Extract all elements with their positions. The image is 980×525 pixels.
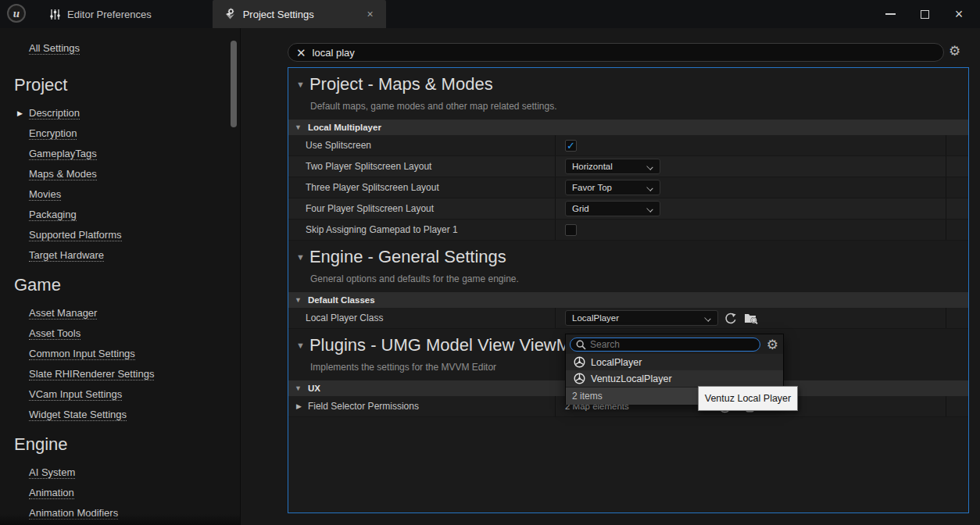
- category-default-classes[interactable]: ▼ Default Classes: [288, 292, 968, 308]
- minimize-button[interactable]: [885, 9, 896, 20]
- section-title: Plugins - UMG Model View ViewModel: [309, 335, 603, 355]
- collapse-arrow-icon: ▼: [295, 123, 302, 131]
- check-icon: ✓: [567, 141, 575, 151]
- setting-row-local-player-class: Local Player Class LocalPlayer: [288, 308, 968, 329]
- collapse-arrow-icon[interactable]: ▼: [296, 80, 305, 89]
- chevron-down-icon: [647, 184, 653, 191]
- reset-column: [946, 198, 968, 219]
- sidebar-item-asset-tools[interactable]: Asset Tools: [29, 323, 240, 344]
- search-icon: [576, 340, 586, 350]
- maximize-button[interactable]: [919, 9, 930, 20]
- browse-to-asset-icon[interactable]: [744, 312, 758, 324]
- section-maps-modes-header: ▼ Project - Maps & Modes Default maps, g…: [288, 68, 968, 120]
- sidebar-item-encryption[interactable]: Encryption: [29, 123, 240, 144]
- window-controls: ×: [885, 0, 980, 28]
- sidebar-item-common-input-settings[interactable]: Common Input Settings: [29, 344, 240, 364]
- sidebar-item-gameplaytags[interactable]: GameplayTags: [29, 144, 240, 164]
- tab-editor-preferences[interactable]: Editor Preferences: [38, 0, 163, 28]
- sidebar-scrollbar[interactable]: [231, 41, 237, 127]
- current-item-arrow-icon: ▶: [17, 109, 23, 117]
- settings-main: ✕ ⚙ ▼ Project - Maps & Modes Default map…: [241, 28, 980, 525]
- setting-row-use-splitscreen: Use Splitscreen ✓: [288, 135, 968, 156]
- class-picker-search[interactable]: [570, 338, 760, 352]
- sidebar-item-maps-modes[interactable]: Maps & Modes: [29, 164, 240, 184]
- chevron-down-icon: [705, 315, 711, 321]
- sidebar-fade: [0, 514, 240, 525]
- sidebar-section-project: Project: [14, 75, 240, 95]
- use-selected-asset-icon[interactable]: [724, 312, 738, 325]
- sidebar-item-vcam-input[interactable]: VCam Input Settings: [29, 384, 240, 405]
- local-player-class-dropdown[interactable]: LocalPlayer: [565, 310, 718, 326]
- tab-label: Editor Preferences: [67, 9, 152, 20]
- reset-column: [946, 177, 968, 198]
- tooltip: Ventuz Local Player: [698, 386, 798, 411]
- sidebar-item-asset-manager[interactable]: Asset Manager: [29, 303, 240, 323]
- sidebar-item-description[interactable]: ▶ Description: [29, 103, 240, 123]
- search-input[interactable]: [313, 47, 935, 59]
- reset-column: [946, 220, 968, 240]
- section-engine-general-header: ▼ Engine - General Settings General opti…: [288, 241, 968, 292]
- reset-column: [946, 135, 968, 155]
- class-search-input[interactable]: [590, 339, 754, 350]
- collapse-arrow-icon[interactable]: ▼: [296, 341, 305, 350]
- section-subtitle: Default maps, game modes and other map r…: [310, 101, 968, 112]
- skip-gamepad-checkbox[interactable]: [565, 224, 577, 236]
- sidebar-section-game: Game: [14, 275, 240, 295]
- reset-column: [946, 396, 968, 416]
- section-subtitle: General options and defaults for the gam…: [310, 273, 968, 284]
- category-local-multiplayer[interactable]: ▼ Local Multiplayer: [288, 120, 968, 135]
- three-player-layout-dropdown[interactable]: Favor Top: [565, 180, 660, 195]
- settings-search[interactable]: ✕: [288, 43, 944, 62]
- class-option-localplayer[interactable]: LocalPlayer: [566, 354, 783, 370]
- sidebar-item-ai-system[interactable]: AI System: [29, 462, 240, 483]
- setting-row-two-player-layout: Two Player Splitscreen Layout Horizontal: [288, 156, 968, 177]
- project-settings-icon: [224, 8, 237, 21]
- clear-search-icon[interactable]: ✕: [296, 47, 306, 59]
- expand-arrow-icon[interactable]: ▶: [296, 402, 302, 410]
- setting-row-skip-gamepad: Skip Assigning Gamepad to Player 1: [288, 220, 968, 241]
- sidebar-item-supported-platforms[interactable]: Supported Platforms: [29, 225, 240, 245]
- four-player-layout-dropdown[interactable]: Grid: [565, 201, 660, 216]
- sidebar-item-widget-state[interactable]: Widget State Settings: [29, 405, 240, 425]
- class-option-ventuzlocalplayer[interactable]: VentuzLocalPlayer: [566, 370, 783, 387]
- section-title: Engine - General Settings: [309, 247, 506, 267]
- reset-column: [946, 156, 968, 177]
- collapse-arrow-icon: ▼: [295, 296, 302, 304]
- reset-column: [946, 308, 968, 328]
- class-picker-gear-icon[interactable]: ⚙: [767, 338, 778, 352]
- settings-panel: ▼ Project - Maps & Modes Default maps, g…: [288, 67, 969, 513]
- settings-sidebar: All Settings Project ▶ Description Encry…: [0, 28, 241, 525]
- two-player-layout-dropdown[interactable]: Horizontal: [565, 159, 660, 174]
- class-icon: [574, 356, 585, 368]
- sidebar-item-animation[interactable]: Animation: [29, 483, 240, 503]
- sidebar-item-packaging[interactable]: Packaging: [29, 205, 240, 225]
- sidebar-section-engine: Engine: [14, 434, 240, 455]
- sidebar-item-slate-rhirenderer[interactable]: Slate RHIRenderer Settings: [29, 364, 240, 384]
- titlebar: u Editor Preferences: [0, 0, 980, 28]
- close-button[interactable]: ×: [953, 9, 964, 20]
- sliders-icon: [49, 9, 61, 20]
- tab-label: Project Settings: [243, 9, 314, 20]
- class-icon: [574, 373, 585, 384]
- sidebar-item-movies[interactable]: Movies: [29, 184, 240, 205]
- collapse-arrow-icon[interactable]: ▼: [296, 252, 305, 262]
- settings-gear-icon[interactable]: ⚙: [949, 45, 960, 58]
- setting-row-three-player-layout: Three Player Splitscreen Layout Favor To…: [288, 177, 968, 198]
- collapse-arrow-icon: ▼: [295, 384, 302, 392]
- setting-row-four-player-layout: Four Player Splitscreen Layout Grid: [288, 198, 968, 220]
- tab-close-icon[interactable]: ×: [365, 8, 374, 20]
- unreal-logo-icon: u: [7, 4, 26, 23]
- tab-project-settings[interactable]: Project Settings ×: [213, 0, 386, 28]
- chevron-down-icon: [647, 205, 653, 212]
- sidebar-item-all-settings[interactable]: All Settings: [29, 42, 80, 55]
- section-title: Project - Maps & Modes: [309, 74, 493, 95]
- sidebar-item-target-hardware[interactable]: Target Hardware: [29, 245, 240, 266]
- chevron-down-icon: [647, 163, 653, 170]
- use-splitscreen-checkbox[interactable]: ✓: [565, 140, 577, 152]
